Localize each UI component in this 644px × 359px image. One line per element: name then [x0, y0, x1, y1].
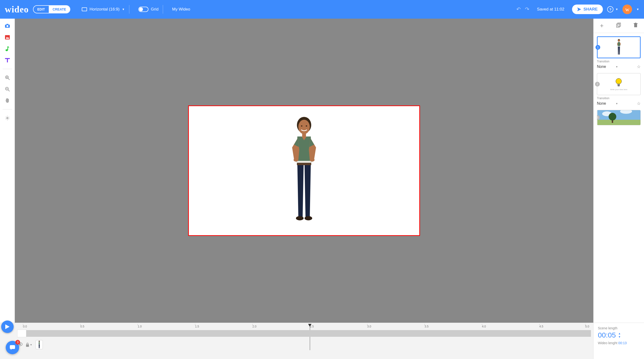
share-label: SHARE [584, 7, 598, 12]
image-tool[interactable] [4, 34, 10, 40]
play-icon [5, 324, 10, 329]
duplicate-icon [616, 23, 621, 28]
transition-row-1: Transition None▼ ☆ [597, 60, 641, 69]
app-header: wideo EDIT CREATE Horizontal (16:9) ▼ Gr… [0, 0, 644, 19]
wideo-length-value: 00:13 [618, 341, 627, 345]
layer-thumbnail[interactable] [36, 340, 43, 349]
transition-dropdown[interactable]: None▼ [597, 101, 618, 106]
settings-tool[interactable] [4, 115, 10, 121]
share-button[interactable]: SHARE [572, 4, 603, 14]
svg-rect-23 [297, 163, 311, 165]
canvas[interactable] [188, 106, 420, 236]
character-object[interactable] [287, 116, 321, 225]
decrease-button[interactable]: ▼ [618, 335, 621, 338]
image-icon [5, 35, 10, 40]
canvas-wrapper [15, 19, 593, 323]
person-icon [38, 340, 41, 349]
svg-rect-1 [6, 24, 8, 25]
send-icon [577, 8, 581, 11]
duplicate-scene-button[interactable] [616, 23, 621, 29]
timeline-track[interactable] [17, 330, 591, 337]
svg-point-18 [298, 120, 310, 134]
lock-toggle[interactable]: ▼ [26, 342, 32, 347]
scenes-list[interactable]: 1 Transition None▼ ☆ 2 Write your idea h… [594, 33, 644, 323]
logo: wideo [5, 4, 29, 14]
svg-rect-6 [8, 46, 8, 50]
timeline-ruler[interactable]: 0.0 0.5 1.0 1.5 2.0 2.5 3.0 3.5 4.0 4.5 … [17, 324, 591, 330]
transition-dropdown[interactable]: None▼ [597, 64, 618, 69]
chevron-down-icon[interactable]: ▼ [615, 8, 618, 11]
play-button[interactable] [1, 320, 14, 333]
delete-scene-button[interactable] [634, 23, 638, 29]
svg-rect-8 [7, 58, 8, 62]
grid-switch[interactable] [138, 7, 148, 12]
scene-length-stepper[interactable]: ▲▼ [618, 332, 621, 338]
person-icon [616, 39, 622, 56]
svg-rect-3 [5, 35, 10, 40]
tick: 4.5 [539, 325, 543, 328]
increase-button[interactable]: ▲ [618, 332, 621, 335]
hand-icon [5, 98, 10, 103]
scene-length-panel: Scene length 00:05 ▲▼ Wideo lenght 00:13 [593, 323, 644, 359]
svg-point-16 [7, 117, 8, 119]
user-avatar[interactable]: w [622, 4, 632, 14]
favorite-button[interactable]: ☆ [637, 101, 641, 106]
landscape-icon [598, 110, 640, 125]
svg-point-37 [616, 78, 622, 84]
chat-badge: 3 [15, 340, 20, 345]
svg-rect-22 [296, 161, 312, 163]
svg-point-45 [608, 113, 616, 120]
svg-rect-32 [634, 24, 637, 27]
tick: 3.0 [367, 325, 371, 328]
wideo-length: Wideo lenght 00:13 [598, 341, 640, 345]
divider [3, 109, 12, 110]
track-start-handle[interactable] [17, 330, 26, 337]
text-tool[interactable] [4, 57, 10, 63]
orientation-dropdown[interactable]: Horizontal (16:9) ▼ [82, 7, 125, 12]
tick: 1.0 [138, 325, 142, 328]
svg-line-14 [8, 90, 10, 91]
scene-thumbnail-2[interactable]: 2 Write your idea here [597, 73, 641, 95]
tick: 2.0 [252, 325, 256, 328]
scene-caption: Write your idea here [610, 88, 628, 90]
transition-label: Transition [597, 60, 641, 63]
svg-point-2 [6, 25, 8, 27]
svg-rect-49 [26, 344, 29, 347]
hand-tool[interactable] [4, 98, 10, 104]
timeline-main[interactable]: 0.0 0.5 1.0 1.5 2.0 2.5 3.0 3.5 4.0 4.5 … [15, 323, 593, 359]
scene-thumbnail-1[interactable]: 1 [597, 36, 641, 58]
redo-button[interactable]: ↷ [525, 6, 529, 12]
playhead[interactable] [310, 324, 310, 350]
create-mode-button[interactable]: CREATE [49, 6, 70, 13]
music-tool[interactable] [4, 46, 10, 52]
chat-icon [9, 345, 16, 350]
camera-tool[interactable] [4, 23, 10, 29]
chat-button[interactable]: 3 [6, 341, 19, 354]
svg-point-36 [618, 40, 620, 42]
grid-toggle[interactable]: Grid [138, 7, 158, 12]
svg-rect-38 [618, 84, 620, 86]
project-title[interactable]: My Wideo [172, 7, 190, 12]
gear-icon [5, 116, 10, 120]
chevron-down-icon[interactable]: ▼ [636, 8, 639, 11]
scene-length-value: 00:05 [598, 331, 616, 339]
timeline-layers: ▼ [17, 337, 591, 352]
zoom-in-tool[interactable] [4, 75, 10, 80]
scene-number: 2 [595, 82, 600, 86]
undo-button[interactable]: ↶ [516, 6, 521, 12]
chevron-down-icon: ▼ [616, 66, 618, 68]
help-button[interactable]: ? [607, 6, 614, 12]
add-scene-button[interactable]: + [600, 22, 604, 30]
edit-create-toggle[interactable]: EDIT CREATE [33, 5, 70, 14]
text-icon [5, 58, 10, 62]
svg-point-27 [304, 216, 312, 220]
person-icon [287, 116, 321, 224]
save-status: Saved at 11:02 [537, 7, 564, 12]
favorite-button[interactable]: ☆ [637, 64, 641, 69]
canvas-viewport[interactable] [15, 19, 593, 323]
edit-mode-button[interactable]: EDIT [34, 6, 49, 13]
svg-rect-39 [618, 86, 620, 86]
scenes-panel: + 1 Transition None▼ ☆ 2 Write your idea [593, 19, 644, 323]
scene-thumbnail-3[interactable]: 3 [597, 110, 641, 125]
zoom-out-tool[interactable] [4, 86, 10, 92]
